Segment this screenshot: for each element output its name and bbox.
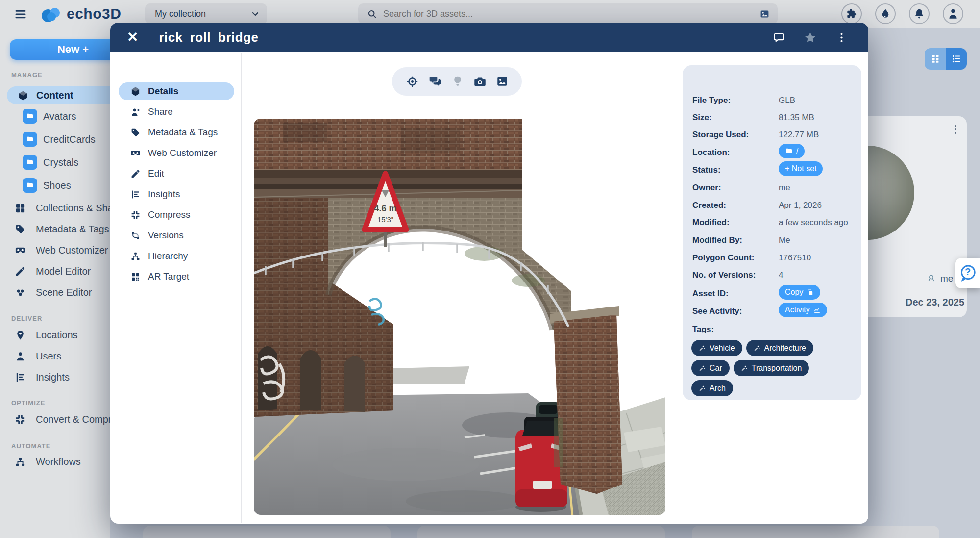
background-card xyxy=(692,526,939,538)
star-icon[interactable] xyxy=(801,30,820,45)
modal-nav-hierarchy[interactable]: Hierarchy xyxy=(119,247,234,265)
modal-nav-details[interactable]: Details xyxy=(119,82,234,100)
target-icon[interactable] xyxy=(403,75,422,89)
modal-nav-edit[interactable]: Edit xyxy=(119,165,234,182)
image-icon[interactable] xyxy=(493,75,512,88)
status-label: + Not set xyxy=(785,164,816,173)
comment-icon[interactable] xyxy=(770,31,788,44)
drop-icon[interactable] xyxy=(875,3,896,24)
sidebar-item-label: Avatars xyxy=(43,111,76,122)
bell-icon[interactable] xyxy=(909,3,930,24)
bulb-icon[interactable] xyxy=(448,75,467,88)
hamburger-menu-icon[interactable] xyxy=(11,7,26,22)
sidebar-item-content[interactable]: Content xyxy=(7,86,110,104)
status-button[interactable]: + Not set xyxy=(779,161,823,176)
cube-icon xyxy=(130,86,141,97)
sidebar-item-metadata-tags[interactable]: Metadata & Tags xyxy=(15,224,109,235)
tag-vehicle[interactable]: Vehicle xyxy=(691,340,742,356)
sidebar-item-model-editor[interactable]: Model Editor xyxy=(15,266,91,277)
sidebar-item-label: Users xyxy=(36,351,61,362)
modal-nav-share[interactable]: Share xyxy=(119,103,234,121)
avatar-icon[interactable] xyxy=(943,3,963,24)
tag-arch[interactable]: Arch xyxy=(691,380,733,396)
modal-nav-ar-target[interactable]: AR Target xyxy=(119,268,234,285)
chats-icon[interactable] xyxy=(425,74,445,89)
kebab-menu-icon[interactable] xyxy=(833,31,851,44)
sidebar-item-users[interactable]: Users xyxy=(15,351,61,362)
asset-card[interactable]: me Dec 23, 2025 xyxy=(853,116,967,317)
person-outline-icon xyxy=(926,274,936,284)
close-icon[interactable]: ✕ xyxy=(124,30,141,45)
tag-transportation[interactable]: Transportation xyxy=(734,360,809,376)
chart-icon xyxy=(15,372,26,383)
grid-view-icon[interactable] xyxy=(925,48,946,70)
sidebar-item-workflows[interactable]: Workflows xyxy=(15,456,81,467)
folder-icon xyxy=(23,155,37,170)
integrations-puzzle-icon[interactable] xyxy=(841,3,862,24)
collection-select[interactable]: My collection xyxy=(145,3,267,24)
modal-nav-label: Edit xyxy=(148,168,164,179)
sidebar-item-convert-compress[interactable]: Convert & Compress xyxy=(15,414,110,425)
camera-icon[interactable] xyxy=(470,75,490,89)
sidebar-item-label: Metadata & Tags xyxy=(36,224,109,235)
compress-icon xyxy=(15,414,26,425)
sidebar-item-label: Workflows xyxy=(36,456,81,467)
new-button[interactable]: New + xyxy=(10,39,110,60)
sidebar-item-avatars[interactable]: Avatars xyxy=(23,109,76,124)
sitemap-icon xyxy=(130,251,141,261)
scene-icon xyxy=(15,287,26,298)
tag-car[interactable]: Car xyxy=(691,360,730,376)
sidebar-item-label: Locations xyxy=(36,330,78,341)
sidebar-item-insights[interactable]: Insights xyxy=(15,372,70,383)
asset-card-kebab-icon[interactable] xyxy=(947,123,964,136)
modal-nav-insights[interactable]: Insights xyxy=(119,185,234,203)
modal-nav-versions[interactable]: Versions xyxy=(119,227,234,244)
sidebar-item-scene-editor[interactable]: Scene Editor xyxy=(15,287,92,298)
asset-details-modal: ✕ rick_roll_bridge Details Share Metadat… xyxy=(110,23,868,524)
location-button[interactable]: / xyxy=(779,144,805,158)
sidebar-item-crystals[interactable]: Crystals xyxy=(23,155,78,170)
sidebar-item-label: Web Customizer xyxy=(36,245,108,256)
detail-value: GLB xyxy=(779,96,795,105)
sidebar-item-locations[interactable]: Locations xyxy=(15,330,78,341)
svg-text:4.6 m: 4.6 m xyxy=(374,204,396,213)
modal-nav-compress[interactable]: Compress xyxy=(119,206,234,224)
tag-architecture[interactable]: Architecture xyxy=(746,340,813,356)
sidebar-item-web-customizer[interactable]: Web Customizer xyxy=(15,245,108,256)
asset-owner: me xyxy=(926,273,953,284)
detail-label: See Activity: xyxy=(692,307,742,316)
app-logo[interactable]: echo3D xyxy=(38,4,121,24)
search-bar[interactable] xyxy=(358,3,778,24)
modal-nav-label: Web Customizer xyxy=(148,148,217,158)
detail-value: 1767510 xyxy=(779,253,811,263)
search-image-icon[interactable] xyxy=(760,9,770,19)
sidebar-item-label: Model Editor xyxy=(36,266,91,277)
tag-label: Vehicle xyxy=(710,344,735,353)
modal-nav-label: Insights xyxy=(148,189,180,200)
asset-preview-image[interactable]: 4.6 m 15'3" xyxy=(254,119,665,515)
sidebar-item-collections[interactable]: Collections & Sharing xyxy=(15,203,110,214)
section-label-deliver: DELIVER xyxy=(11,315,42,322)
tag-label: Architecture xyxy=(764,344,806,353)
sidebar-item-shoes[interactable]: Shoes xyxy=(23,178,71,193)
detail-label: Modified By: xyxy=(692,235,742,245)
detail-value: 122.77 MB xyxy=(779,130,819,140)
copy-asset-id-button[interactable]: Copy xyxy=(779,285,820,300)
detail-value: Me xyxy=(779,235,790,245)
activity-button[interactable]: Activity xyxy=(779,303,827,317)
sidebar-item-label: Shoes xyxy=(43,180,71,191)
modal-nav-label: Details xyxy=(148,86,178,97)
detail-value: a few seconds ago xyxy=(779,218,848,228)
modal-nav-web-customizer[interactable]: Web Customizer xyxy=(119,144,234,162)
modal-nav-metadata-tags[interactable]: Metadata & Tags xyxy=(119,124,234,141)
tags-list: Vehicle Architecture Car Transportation … xyxy=(691,340,848,396)
search-input[interactable] xyxy=(382,8,760,20)
view-toggle xyxy=(925,48,967,70)
detail-label: Size: xyxy=(692,113,712,123)
sidebar-item-creditcards[interactable]: CreditCards xyxy=(23,132,96,147)
list-view-icon[interactable] xyxy=(946,48,967,70)
modal-header: ✕ rick_roll_bridge xyxy=(110,23,868,52)
help-button[interactable]: ? xyxy=(956,258,980,288)
detail-label: Polygon Count: xyxy=(692,253,755,263)
detail-value: 4 xyxy=(779,270,783,280)
